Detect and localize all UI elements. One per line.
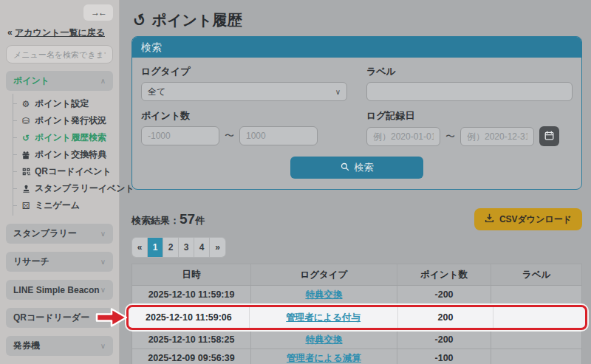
result-count-prefix: 検索結果： [131, 215, 180, 226]
label-label: ラベル [366, 65, 573, 78]
sidebar-item-stamp-rally-event[interactable]: スタンプラリーイベント [13, 180, 113, 197]
menu-search-input[interactable] [6, 45, 113, 63]
pagination-page-3[interactable]: 3 [179, 238, 194, 257]
menu-item-label: QRコードイベント [35, 165, 112, 178]
cell-log-type: 特典交換 [251, 331, 397, 348]
csv-button-label: CSVダウンロード [499, 213, 572, 226]
chevron-down-icon: ∨ [100, 230, 106, 238]
cell-points: -100 [397, 349, 492, 364]
column-header-label: ラベル [491, 264, 581, 285]
sidebar-item-qr-code-event[interactable]: QRコードイベント [13, 163, 113, 180]
pagination-last-button[interactable]: » [210, 238, 225, 257]
search-panel-body: ログタイプ 全て ∨ ラベル ポイント数 〜 [132, 58, 581, 189]
chevron-down-icon: ∨ [100, 258, 106, 266]
table-header-row: 日時 ログタイプ ポイント数 ラベル [132, 264, 581, 286]
red-arrow-annotation [95, 306, 128, 329]
points-range-group: ポイント数 〜 [141, 108, 347, 146]
cell-points: -200 [397, 286, 492, 303]
log-type-link[interactable]: 特典交換 [305, 289, 342, 300]
menu-item-label: ポイント発行状況 [35, 114, 106, 127]
sidebar-section-research[interactable]: リサーチ ∨ [6, 252, 113, 272]
sidebar-section-stamp-rally[interactable]: スタンプラリー ∨ [6, 224, 113, 244]
sidebar-item-point-issuance[interactable]: ⛁ ポイント発行状況 [13, 112, 113, 129]
log-type-link[interactable]: 管理者による付与 [286, 312, 361, 323]
menu-item-label: ポイント設定 [35, 97, 89, 110]
column-header-log-type: ログタイプ [251, 264, 397, 285]
cell-label [491, 349, 581, 364]
dice-icon: ⚄ [20, 201, 32, 211]
points-min-input[interactable] [141, 126, 219, 145]
pagination-page-4[interactable]: 4 [194, 238, 210, 257]
search-button-label: 検索 [355, 161, 374, 174]
section-label: スタンプラリー [13, 227, 77, 240]
calendar-icon [544, 131, 554, 142]
csv-download-button[interactable]: CSVダウンロード [474, 208, 582, 230]
log-type-label: ログタイプ [141, 65, 347, 78]
section-label: QRコードリーダー [13, 312, 89, 324]
coins-icon: ⛁ [20, 116, 32, 126]
table-row: 2025-12-10 11:58:25 特典交換 -200 [132, 331, 581, 349]
point-history-table: 日時 ログタイプ ポイント数 ラベル 2025-12-10 11:59:19 特… [131, 264, 582, 364]
log-type-selected-value: 全て [148, 86, 165, 98]
stamp-icon [20, 185, 32, 193]
point-submenu: ⚙ ポイント設定 ⛁ ポイント発行状況 ↺ ポイント履歴検索 ポイント交換特典 … [13, 94, 113, 216]
points-max-input[interactable] [239, 126, 318, 145]
history-icon: ↺ [130, 10, 148, 31]
cell-datetime: 2025-12-10 11:59:06 [129, 307, 250, 328]
sidebar-item-point-settings[interactable]: ⚙ ポイント設定 [13, 95, 113, 112]
double-chevron-left-icon: « [7, 27, 13, 38]
column-header-datetime: 日時 [132, 264, 251, 285]
log-type-link[interactable]: 特典交換 [305, 334, 342, 345]
cell-datetime: 2025-12-10 11:58:25 [132, 331, 251, 348]
log-type-field-group: ログタイプ 全て ∨ [141, 63, 347, 101]
range-separator: 〜 [225, 129, 234, 142]
table-row: 2025-12-09 09:56:39 管理者による減算 -100 [132, 349, 581, 364]
date-to-input[interactable] [460, 127, 534, 146]
result-count-number: 57 [180, 211, 195, 227]
results-header: 検索結果：57件 CSVダウンロード [131, 208, 582, 230]
log-type-select[interactable]: 全て ∨ [141, 82, 347, 101]
pagination-first-button[interactable]: « [132, 238, 148, 257]
sidebar-item-point-history-search[interactable]: ↺ ポイント履歴検索 [13, 129, 113, 146]
search-panel: 検索 ログタイプ 全て ∨ ラベル ポイント数 [131, 36, 582, 190]
result-count-suffix: 件 [195, 215, 205, 226]
cell-label [491, 286, 581, 303]
date-from-input[interactable] [366, 127, 440, 146]
sidebar-section-ticket-machine[interactable]: 発券機 ∨ [6, 336, 113, 356]
search-button[interactable]: 検索 [290, 157, 423, 179]
main-content: ↺ ポイント履歴 検索 ログタイプ 全て ∨ ラベル [120, 0, 591, 364]
chevron-down-icon: ∨ [100, 286, 106, 294]
calendar-button[interactable] [539, 126, 559, 146]
label-field-group: ラベル [366, 63, 573, 101]
log-type-link[interactable]: 管理者による減算 [287, 353, 361, 363]
sidebar-item-point-exchange-rewards[interactable]: ポイント交換特典 [13, 146, 113, 163]
sidebar-collapse-button[interactable]: →← [83, 4, 113, 21]
pagination-page-1[interactable]: 1 [148, 238, 163, 257]
menu-item-label: ポイント交換特典 [35, 148, 106, 161]
log-date-label: ログ記録日 [366, 109, 573, 123]
sidebar-item-minigame[interactable]: ⚄ ミニゲーム [13, 197, 113, 214]
section-label: ポイント [13, 75, 49, 87]
cell-label [493, 307, 585, 328]
gear-icon: ⚙ [20, 99, 32, 109]
cell-log-type: 管理者による付与 [250, 307, 398, 328]
back-to-account-list-link[interactable]: « アカウント一覧に戻る [7, 27, 113, 39]
section-label: LINE Simple Beacon [13, 285, 100, 295]
gift-icon [20, 151, 32, 159]
section-label: リサーチ [13, 255, 49, 268]
label-input[interactable] [366, 82, 573, 101]
page-title: ↺ ポイント履歴 [133, 10, 582, 30]
section-label: 発券機 [13, 340, 40, 352]
back-link-label: アカウント一覧に戻る [15, 27, 105, 38]
sidebar-section-point[interactable]: ポイント ∧ [6, 71, 113, 91]
sidebar-section-line-simple-beacon[interactable]: LINE Simple Beacon ∨ [6, 280, 113, 300]
search-panel-header: 検索 [132, 37, 581, 58]
points-label: ポイント数 [141, 109, 347, 123]
history-icon: ↺ [20, 133, 32, 143]
cell-points: 200 [398, 307, 494, 328]
table-row-highlighted: 2025-12-10 11:59:06 管理者による付与 200 [129, 307, 585, 328]
download-icon [485, 213, 494, 225]
pagination-page-2[interactable]: 2 [163, 238, 179, 257]
point-history-page: →← « アカウント一覧に戻る ポイント ∧ ⚙ ポイント設定 ⛁ ポイント発行… [0, 0, 591, 364]
log-date-range-group: ログ記録日 〜 [366, 108, 573, 146]
